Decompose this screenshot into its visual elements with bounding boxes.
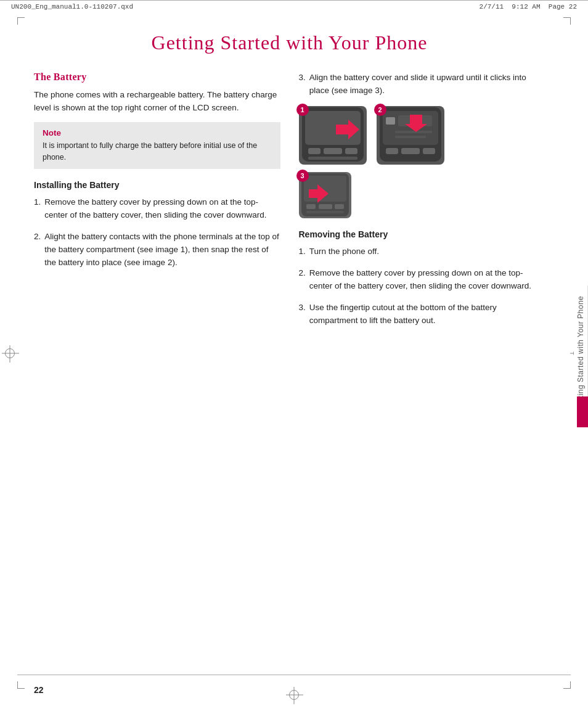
- svg-rect-4: [345, 148, 357, 154]
- corner-mark-bl: [17, 681, 25, 689]
- reg-mark-left: [5, 348, 15, 358]
- right-column: 3. Align the battery cover and slide it …: [299, 72, 545, 335]
- page-wrapper: UN200_Eng_manual1.0-110207.qxd 2/7/11 9:…: [0, 0, 588, 706]
- svg-rect-3: [324, 148, 342, 154]
- align-step-num: 3.: [299, 72, 306, 97]
- remove-step-1: 1. Turn the phone off.: [299, 245, 545, 258]
- install-step-1-text: Remove the battery cover by pressing dow…: [44, 196, 280, 222]
- remove-step-1-text: Turn the phone off.: [309, 245, 545, 258]
- header-datetime: 2/7/11 9:12 AM Page 22: [480, 3, 577, 10]
- phone-images-area: 1: [299, 106, 545, 218]
- removing-section: Removing the Battery 1. Turn the phone o…: [299, 229, 545, 327]
- svg-rect-20: [319, 204, 332, 209]
- svg-rect-5: [308, 157, 357, 160]
- svg-rect-14: [401, 148, 420, 154]
- main-content: Getting Started with Your Phone The Batt…: [0, 13, 588, 348]
- svg-rect-19: [306, 204, 316, 209]
- remove-step-2: 2. Remove the battery cover by pressing …: [299, 267, 545, 293]
- install-step-1-num: 1.: [34, 196, 41, 222]
- remove-step-3-num: 3.: [299, 302, 306, 327]
- two-column-layout: The Battery The phone comes with a recha…: [34, 72, 545, 335]
- badge-1: 1: [296, 104, 309, 116]
- phone-image-1: [299, 106, 367, 165]
- battery-section-title: The Battery: [34, 72, 280, 83]
- install-step-1: 1. Remove the battery cover by pressing …: [34, 196, 280, 222]
- corner-mark-br: [563, 681, 571, 689]
- top-header: UN200_Eng_manual1.0-110207.qxd 2/7/11 9:…: [0, 0, 588, 13]
- badge-2: 2: [374, 104, 386, 116]
- badge-3: 3: [296, 170, 309, 182]
- svg-rect-15: [423, 148, 435, 154]
- phone-image-2: [377, 106, 444, 165]
- remove-step-3: 3. Use the fingertip cutout at the botto…: [299, 302, 545, 327]
- install-step-2-num: 2.: [34, 231, 41, 269]
- note-box: Note It is important to fully charge the…: [34, 122, 280, 170]
- note-title: Note: [43, 128, 272, 138]
- left-column: The Battery The phone comes with a recha…: [34, 72, 280, 335]
- remove-step-2-text: Remove the battery cover by pressing dow…: [309, 267, 545, 293]
- remove-step-3-text: Use the fingertip cutout at the bottom o…: [309, 302, 545, 327]
- align-step-text: Align the battery cover and slide it upw…: [309, 72, 545, 97]
- svg-rect-9: [386, 117, 395, 125]
- phone-images-row-1: 1: [299, 106, 444, 165]
- svg-rect-2: [308, 148, 321, 154]
- svg-rect-21: [335, 204, 344, 209]
- installing-title: Installing the Battery: [34, 180, 280, 190]
- header-filename: UN200_Eng_manual1.0-110207.qxd: [11, 3, 133, 10]
- note-text: It is important to fully charge the batt…: [43, 140, 272, 163]
- removing-title: Removing the Battery: [299, 229, 545, 239]
- reg-mark-bottom: [289, 690, 299, 700]
- remove-step-1-num: 1.: [299, 245, 306, 258]
- install-step-2: 2. Alight the battery contacts with the …: [34, 231, 280, 269]
- battery-intro-text: The phone comes with a rechargeable batt…: [34, 89, 280, 115]
- phone-image-1-container: 1: [299, 106, 367, 165]
- align-step: 3. Align the battery cover and slide it …: [299, 72, 545, 97]
- install-step-2-text: Alight the battery contacts with the pho…: [44, 231, 280, 269]
- phone-image-2-container: 2: [377, 106, 444, 165]
- bottom-rule: [17, 675, 571, 675]
- page-title: Getting Started with Your Phone: [34, 31, 545, 54]
- remove-step-2-num: 2.: [299, 267, 306, 293]
- svg-rect-11: [395, 131, 432, 133]
- svg-rect-12: [395, 136, 426, 138]
- svg-rect-22: [306, 211, 344, 213]
- page-number: 22: [34, 685, 44, 695]
- phone-image-3-container: 3: [299, 172, 351, 218]
- side-tab-marker: [577, 396, 588, 427]
- svg-rect-13: [386, 148, 398, 154]
